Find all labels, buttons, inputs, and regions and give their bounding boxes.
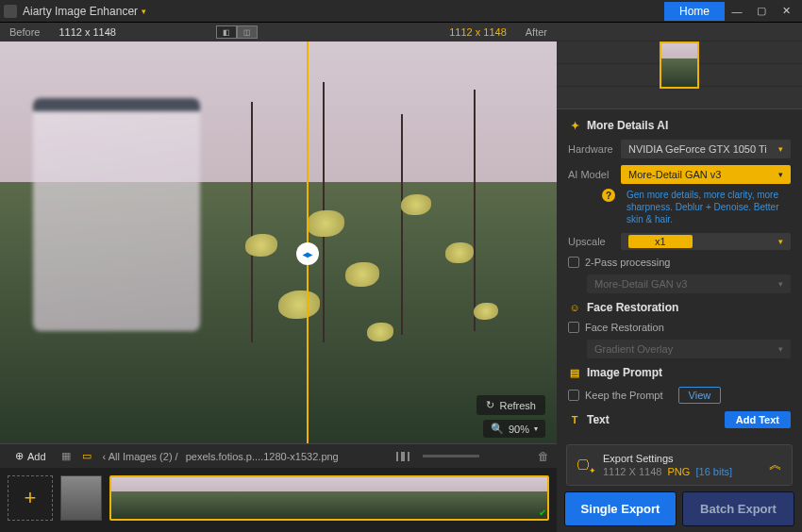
nav-all-images[interactable]: ‹ All Images (2) / <box>103 451 178 462</box>
zoom-icon: 🔍 <box>491 423 504 435</box>
app-logo-icon <box>4 5 17 18</box>
section-more-details: ✦ More Details AI <box>568 119 791 132</box>
aimodel-select[interactable]: More-Detail GAN v3 ▾ <box>621 165 791 184</box>
refresh-icon: ↻ <box>486 399 494 411</box>
hardware-label: Hardware <box>568 143 621 155</box>
window-close-button[interactable]: ✕ <box>774 2 798 21</box>
delete-icon[interactable]: 🗑 <box>538 450 549 463</box>
view-mode-split-icon[interactable]: ◫ <box>237 25 258 39</box>
hardware-select[interactable]: NVIDIA GeForce GTX 1050 Ti ▾ <box>621 140 791 158</box>
upscale-select[interactable]: x1 ▾ <box>621 233 791 250</box>
keep-prompt-checkbox[interactable] <box>568 390 579 401</box>
export-settings[interactable]: 🖵✦ Export Settings 1112 X 1148 PNG [16 b… <box>566 444 793 486</box>
add-button[interactable]: ⊕ Add <box>8 448 54 464</box>
collapse-icon[interactable]: ︽ <box>769 460 782 470</box>
compare-bar: Before 1112 x 1148 ◧ ◫ 1112 x 1148 After <box>0 23 557 42</box>
histogram-icon[interactable] <box>396 452 409 461</box>
filmstrip-toolbar: ⊕ Add ▦ ▭ ‹ All Images (2) / pexels.foti… <box>0 443 557 468</box>
aimodel-help: Gen more details, more clarity, more sha… <box>627 189 791 225</box>
aimodel-label: AI Model <box>568 169 621 180</box>
app-title: Aiarty Image Enhancer <box>23 5 138 18</box>
section-image-prompt: ▤ Image Prompt <box>568 366 791 379</box>
image-preview[interactable]: ◂▸ ↻ Refresh 🔍 90% ▾ <box>0 42 557 443</box>
after-label: After <box>516 26 557 38</box>
home-button[interactable]: Home <box>664 2 725 21</box>
view-mode-sidebyside-icon[interactable]: ◧ <box>216 25 237 39</box>
export-icon: 🖵✦ <box>576 457 593 473</box>
keep-prompt-label: Keep the Prompt <box>585 390 663 401</box>
current-filename: pexels.fotios.p....1280-x1532.png <box>186 451 339 462</box>
preview-image <box>0 42 557 443</box>
section-face-restoration: ☺ Face Restoration <box>568 301 791 314</box>
add-text-button[interactable]: Add Text <box>725 411 791 428</box>
chevron-down-icon: ▾ <box>778 170 783 179</box>
viewer-pane: Before 1112 x 1148 ◧ ◫ 1112 x 1148 After… <box>0 23 557 532</box>
zoom-dropdown[interactable]: 🔍 90% ▾ <box>483 420 545 438</box>
refresh-button[interactable]: ↻ Refresh <box>476 395 545 415</box>
grid-small-icon[interactable]: ▦ <box>61 450 75 463</box>
title-bar: Aiarty Image Enhancer ▾ Home — ▢ ✕ <box>0 0 802 23</box>
thumb-size-slider[interactable] <box>423 455 479 457</box>
batch-export-button[interactable]: Batch Export <box>682 491 794 526</box>
face-overlay-select: Gradient Overlay ▾ <box>587 340 791 358</box>
before-dimensions: 1112 x 1148 <box>49 26 125 38</box>
twopass-model-select: More-Detail GAN v3 ▾ <box>587 274 791 293</box>
navigator[interactable] <box>557 23 802 109</box>
chevron-down-icon: ▾ <box>778 237 783 246</box>
filmstrip: + ✔ <box>0 468 557 532</box>
compare-slider[interactable]: ◂▸ <box>307 42 309 443</box>
after-dimensions: 1112 x 1148 <box>440 26 516 38</box>
chevron-down-icon: ▾ <box>778 344 783 354</box>
navigator-thumb[interactable] <box>660 42 699 89</box>
section-text: T Text Add Text <box>568 411 791 428</box>
plus-icon: ⊕ <box>15 450 24 462</box>
single-export-button[interactable]: Single Export <box>564 491 677 526</box>
before-label: Before <box>0 26 49 38</box>
zoom-value: 90% <box>509 424 529 435</box>
face-restoration-label: Face Restoration <box>585 322 664 333</box>
grid-large-icon[interactable]: ▭ <box>82 450 95 463</box>
twopass-label: 2-Pass processing <box>585 257 671 268</box>
chevron-down-icon: ▾ <box>534 424 538 433</box>
plus-icon: + <box>25 486 37 510</box>
export-title: Export Settings <box>603 453 760 464</box>
twopass-checkbox[interactable] <box>568 257 579 268</box>
export-details: 1112 X 1148 PNG [16 bits] <box>603 466 760 477</box>
help-icon[interactable]: ? <box>602 189 615 202</box>
side-panel: ✦ More Details AI Hardware NVIDIA GeForc… <box>557 23 802 532</box>
thumbnail[interactable]: ✔ <box>109 475 549 521</box>
prompt-icon: ▤ <box>568 366 581 379</box>
view-prompt-button[interactable]: View <box>678 387 722 404</box>
chevron-down-icon: ▾ <box>778 144 783 154</box>
check-icon: ✔ <box>539 507 546 518</box>
chevron-down-icon: ▾ <box>778 279 783 289</box>
thumbnail[interactable] <box>60 475 102 521</box>
window-maximize-button[interactable]: ▢ <box>749 2 774 21</box>
view-mode-toggle: ◧ ◫ <box>216 25 258 39</box>
face-icon: ☺ <box>568 301 581 314</box>
window-minimize-button[interactable]: — <box>725 2 749 21</box>
upscale-label: Upscale <box>568 236 621 247</box>
face-restoration-checkbox[interactable] <box>568 322 579 333</box>
sparkle-icon: ✦ <box>568 119 581 132</box>
add-image-tile[interactable]: + <box>8 475 53 521</box>
text-icon: T <box>568 413 581 426</box>
compare-slider-handle-icon[interactable]: ◂▸ <box>296 242 319 265</box>
title-dropdown-icon[interactable]: ▾ <box>142 7 146 16</box>
